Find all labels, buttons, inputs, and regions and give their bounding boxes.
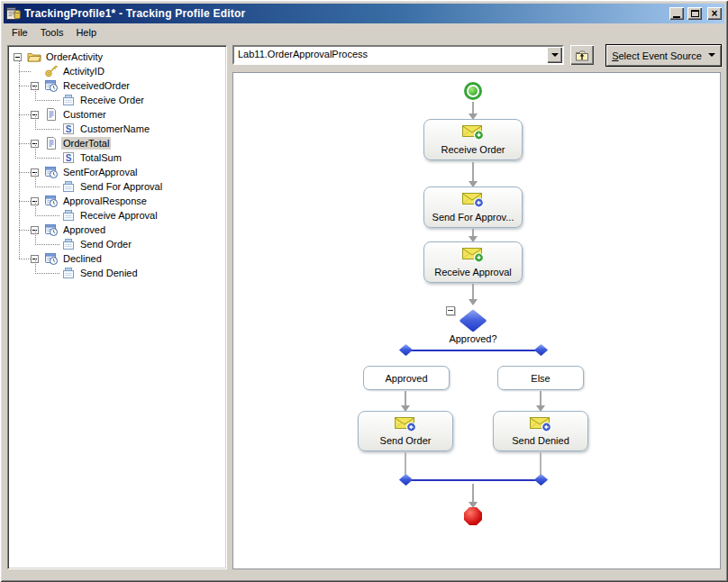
activity-icon [61, 208, 76, 223]
chevron-down-icon [551, 53, 559, 60]
activity-label: Send Denied [494, 435, 587, 446]
chevron-down-icon [708, 53, 715, 60]
activity-icon [61, 266, 76, 280]
tree-item-label[interactable]: Receive Order [78, 94, 146, 106]
tree-item-label[interactable]: TotalSum [78, 151, 123, 164]
tree-item-label[interactable]: SentForApproval [61, 166, 140, 178]
tree-item-receive-approval[interactable]: Receive Approval [10, 208, 224, 223]
collapse-toggle-icon[interactable] [446, 306, 455, 315]
tree-item-label[interactable]: ApprovalResponse [61, 195, 149, 207]
tracking-profile-app-icon [6, 6, 21, 21]
activity-icon [61, 93, 76, 107]
tree-item-send-denied[interactable]: Send Denied [10, 266, 224, 280]
menu-file[interactable]: File [5, 25, 34, 40]
close-icon: × [711, 9, 717, 18]
connector-line [472, 229, 474, 236]
minimize-icon [673, 16, 680, 18]
end-node-icon [464, 507, 482, 525]
tree-item-label[interactable]: ActivityID [61, 65, 106, 77]
connector-line [472, 162, 474, 181]
maximize-button[interactable] [687, 7, 702, 20]
branch-diamond-icon [399, 344, 414, 356]
tree-item-customername[interactable]: SCustomerName [10, 122, 224, 136]
activity-label: Send Order [359, 435, 452, 446]
tree-expander-icon[interactable] [14, 53, 22, 61]
tree-item-label[interactable]: ReceivedOrder [61, 79, 132, 92]
tree-item-label[interactable]: OrderActivity [44, 50, 105, 63]
tree-view: OrderActivityActivityIDReceivedOrderRece… [10, 48, 224, 567]
tree-item-label[interactable]: Send For Approval [78, 180, 164, 193]
activity-send-denied[interactable]: Send Denied [493, 411, 588, 451]
connector-line [472, 102, 474, 114]
decision-diamond[interactable] [459, 309, 487, 332]
envelope-send-icon [461, 191, 485, 208]
branch-label: Else [531, 373, 550, 384]
branch-connector-line [405, 350, 541, 351]
tree-item-receive-order[interactable]: Receive Order [10, 93, 224, 107]
string-property-icon: S [61, 150, 76, 165]
activity-send-order[interactable]: Send Order [358, 411, 453, 451]
tree-item-label[interactable]: CustomerName [78, 123, 151, 135]
branch-diamond-icon [534, 344, 549, 356]
activity-receive-approval[interactable]: Receive Approval [423, 241, 523, 283]
menu-tools[interactable]: Tools [34, 25, 70, 40]
select-event-source-button[interactable]: Select Event Source [605, 44, 722, 67]
tree-item-label[interactable]: Customer [61, 108, 108, 121]
activity-icon [61, 179, 76, 194]
window-title: TrackingProfile1* - Tracking Profile Edi… [24, 7, 666, 20]
up-one-level-button[interactable] [570, 45, 594, 65]
arrowhead-icon [469, 299, 478, 305]
tree-item-orderactivity[interactable]: OrderActivity [10, 50, 224, 64]
workflow-selector-combo[interactable]: Lab11.OrderApprovalProcess [232, 45, 564, 65]
select-event-source-label: Select Event Source [612, 50, 702, 61]
activity-receive-order[interactable]: Receive Order [423, 119, 523, 160]
menu-help[interactable]: Help [69, 25, 103, 40]
tree-item-totalsum[interactable]: STotalSum [10, 150, 224, 165]
key-icon [44, 64, 59, 78]
svg-text:S: S [66, 124, 72, 134]
tree-item-label[interactable]: Approved [61, 223, 107, 236]
folder-icon [27, 50, 41, 64]
close-button[interactable]: × [707, 7, 722, 20]
combo-dropdown-button[interactable] [547, 47, 562, 63]
envelope-receive-icon [461, 123, 485, 141]
tree-item-send-for-approval[interactable]: Send For Approval [10, 179, 224, 194]
decision-label: Approved? [428, 333, 518, 344]
minimize-button[interactable] [669, 7, 684, 20]
branch-else[interactable]: Else [497, 366, 584, 390]
connector-line [540, 452, 541, 476]
branch-approved[interactable]: Approved [363, 366, 450, 390]
merge-connector-line [405, 479, 541, 481]
start-node-icon [464, 82, 482, 100]
connector-line [405, 452, 406, 476]
branch-label: Approved [385, 373, 427, 384]
workflow-selector-value: Lab11.OrderApprovalProcess [238, 49, 542, 59]
connector-line [472, 284, 474, 299]
activity-send-for-approval[interactable]: Send For Approv... [423, 186, 523, 228]
envelope-receive-icon [461, 246, 485, 263]
activity-label: Receive Order [424, 144, 522, 155]
activity-tree-panel: OrderActivityActivityIDReceivedOrderRece… [7, 45, 227, 569]
connector-line [540, 391, 541, 405]
up-one-level-icon [575, 49, 589, 62]
tracking-profile-editor-window: TrackingProfile1* - Tracking Profile Edi… [0, 0, 728, 582]
workflow-canvas: Receive Order Send For Approv... Receive… [232, 72, 721, 569]
tree-item-label[interactable]: Send Order [78, 238, 133, 250]
connector-line [472, 484, 474, 502]
tree-item-send-order[interactable]: Send Order [10, 237, 224, 251]
svg-text:S: S [66, 153, 72, 163]
activity-label: Receive Approval [424, 267, 522, 277]
title-bar: TrackingProfile1* - Tracking Profile Edi… [4, 4, 724, 23]
tree-item-label[interactable]: Receive Approval [78, 209, 159, 222]
envelope-send-icon [394, 415, 417, 432]
tree-item-label[interactable]: Declined [61, 252, 104, 265]
menu-bar: File Tools Help [4, 23, 724, 41]
activity-label: Send For Approv... [424, 212, 522, 223]
tree-item-label[interactable]: OrderTotal [61, 137, 111, 150]
connector-line [405, 391, 406, 405]
merge-diamond-icon [399, 474, 414, 486]
tree-item-activityid[interactable]: ActivityID [10, 64, 224, 78]
envelope-send-icon [529, 415, 552, 432]
maximize-icon [691, 10, 699, 17]
tree-item-label[interactable]: Send Denied [78, 267, 140, 279]
